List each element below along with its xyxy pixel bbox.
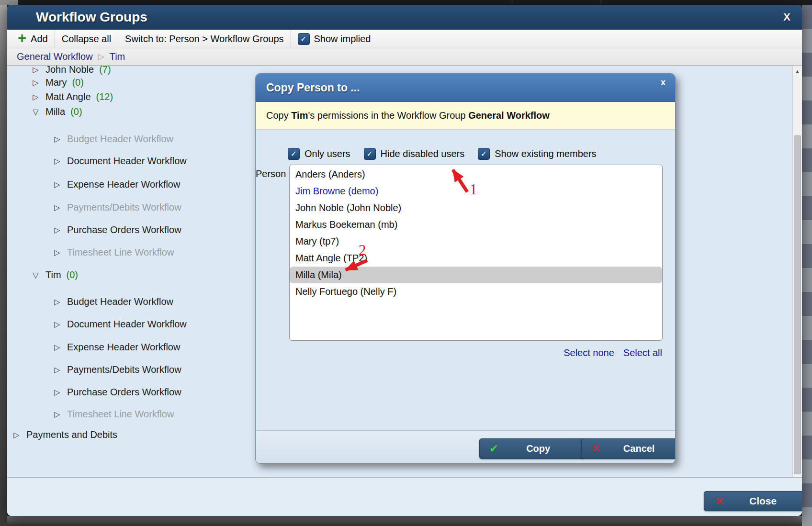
- filter-checkbox[interactable]: ✓: [288, 148, 300, 160]
- scrollbar-thumb[interactable]: [794, 135, 801, 474]
- person-list-item[interactable]: John Noble (John Noble): [290, 200, 662, 216]
- collapse-all-button[interactable]: Collapse all: [55, 30, 118, 48]
- filter-option[interactable]: ✓Hide disabled users: [364, 148, 465, 160]
- filter-option-label: Only users: [304, 148, 350, 159]
- expand-node-icon[interactable]: ▷: [53, 180, 62, 189]
- dialog-title: Workflow Groups: [36, 10, 147, 25]
- collapse-node-icon[interactable]: ▽: [31, 107, 40, 116]
- filter-checkbox[interactable]: ✓: [478, 148, 490, 160]
- tree-item[interactable]: ▷Payments/Debits Workflow: [53, 363, 181, 376]
- expand-node-icon[interactable]: ▷: [53, 343, 62, 352]
- expand-node-icon[interactable]: ▷: [53, 157, 62, 166]
- tree-item[interactable]: ▷Purchase Orders Workflow: [53, 223, 181, 236]
- tree-item[interactable]: ▷Document Header Workflow: [53, 154, 187, 168]
- expand-node-icon[interactable]: ▷: [53, 410, 62, 419]
- show-implied-option[interactable]: ✓ Show implied: [291, 30, 378, 48]
- vertical-scrollbar[interactable]: ▲: [792, 66, 802, 477]
- modal-message-part: Copy: [266, 110, 291, 121]
- tree-item-label: Payments and Debits: [26, 429, 117, 440]
- select-none-link[interactable]: Select none: [564, 347, 614, 358]
- modal-header: Copy Person to ... x: [256, 74, 675, 102]
- close-button[interactable]: ✕ Close: [704, 491, 802, 511]
- person-list-item[interactable]: Matt Angle (TP2): [290, 250, 662, 267]
- modal-title: Copy Person to ...: [266, 81, 360, 94]
- tree-item-label: Mary: [45, 77, 67, 88]
- show-implied-checkbox[interactable]: ✓: [298, 33, 310, 45]
- person-list-item[interactable]: Milla (Mila): [290, 267, 662, 283]
- expand-node-icon[interactable]: ▷: [31, 92, 40, 101]
- person-list-item[interactable]: Jim Browne (demo): [290, 183, 662, 200]
- tree-item-label: Budget Header Workflow: [67, 296, 173, 307]
- tree-item[interactable]: ▷Document Header Workflow: [53, 317, 187, 331]
- person-list-item[interactable]: Anders (Anders): [290, 166, 662, 183]
- expand-node-icon[interactable]: ▷: [31, 78, 40, 87]
- tree-item[interactable]: ▷Expense Header Workflow: [53, 340, 180, 354]
- person-list-item[interactable]: Markus Boekeman (mb): [290, 216, 662, 233]
- switch-view-label: Switch to: Person > Workflow Groups: [125, 34, 283, 45]
- filter-checkbox[interactable]: ✓: [364, 148, 376, 160]
- filter-option[interactable]: ✓Only users: [288, 148, 350, 160]
- tree-item-count: (0): [72, 77, 83, 88]
- add-button[interactable]: + Add: [7, 30, 55, 48]
- plus-icon: +: [18, 31, 26, 45]
- person-listbox[interactable]: Anders (Anders)Jim Browne (demo)John Nob…: [289, 165, 663, 341]
- expand-node-icon[interactable]: ▷: [53, 388, 62, 397]
- show-implied-label: Show implied: [314, 34, 371, 45]
- background-left-strip: [0, 5, 7, 526]
- expand-node-icon[interactable]: ▷: [53, 203, 62, 212]
- tree-item[interactable]: ▷Purchase Orders Workflow: [53, 385, 181, 399]
- modal-footer: ✔ Copy ✕ Cancel: [256, 430, 675, 464]
- modal-close-icon[interactable]: x: [661, 78, 665, 88]
- expand-node-icon[interactable]: ▷: [53, 297, 62, 306]
- tree-item-label: Payments/Debits Workflow: [67, 202, 181, 213]
- checkmark-icon: ✓: [291, 149, 297, 158]
- tree-item-label: Milla: [45, 106, 65, 117]
- expand-node-icon[interactable]: ▷: [53, 320, 62, 329]
- filter-option[interactable]: ✓Show existing members: [478, 148, 596, 160]
- tree-item[interactable]: ▷John Noble(7): [31, 66, 111, 76]
- collapse-node-icon[interactable]: ▽: [31, 270, 40, 280]
- tree-item[interactable]: ▽Tim(0): [31, 268, 78, 281]
- select-all-link[interactable]: Select all: [623, 347, 662, 358]
- copy-button-label: Copy: [498, 443, 578, 454]
- breadcrumb-person-link[interactable]: Tim: [110, 51, 125, 62]
- person-list-item[interactable]: Nelly Fortuego (Nelly F): [290, 283, 662, 300]
- tree-item-label: Budget Header Workflow: [67, 134, 173, 145]
- tree-item[interactable]: ▷Budget Header Workflow: [53, 132, 173, 145]
- dialog-close-icon[interactable]: X: [783, 11, 790, 23]
- expand-node-icon[interactable]: ▷: [53, 225, 62, 235]
- expand-node-icon[interactable]: ▷: [12, 430, 21, 439]
- tree-item-label: Document Header Workflow: [67, 319, 187, 330]
- cancel-button[interactable]: ✕ Cancel: [581, 438, 676, 459]
- toolbar: + Add Collapse all Switch to: Person > W…: [7, 30, 802, 48]
- expand-node-icon[interactable]: ▷: [53, 248, 62, 257]
- tree-item[interactable]: ▷Budget Header Workflow: [53, 295, 173, 308]
- switch-view-button[interactable]: Switch to: Person > Workflow Groups: [118, 30, 290, 48]
- green-check-icon: ✔: [489, 442, 498, 455]
- tree-item[interactable]: ▷Expense Header Workflow: [53, 178, 180, 191]
- tree-item[interactable]: ▽Milla(0): [31, 105, 82, 118]
- expand-node-icon[interactable]: ▷: [53, 134, 62, 144]
- selection-links: Select none Select all: [564, 347, 662, 358]
- person-list-item[interactable]: Mary (tp7): [290, 233, 662, 250]
- dialog-titlebar: Workflow Groups X: [7, 5, 802, 30]
- checkmark-icon: ✓: [366, 149, 372, 158]
- copy-button[interactable]: ✔ Copy: [479, 438, 585, 459]
- tree-item[interactable]: ▷Timesheet Line Workflow: [53, 246, 174, 259]
- background-bottom-strip: [7, 516, 802, 526]
- expand-node-icon[interactable]: ▷: [31, 66, 40, 74]
- modal-message: Copy Tim's permissions in the Workflow G…: [256, 102, 675, 130]
- add-button-label: Add: [31, 34, 48, 45]
- tree-item[interactable]: ▷Matt Angle(12): [31, 90, 113, 103]
- tree-item[interactable]: ▷Payments/Debits Workflow: [53, 201, 181, 214]
- expand-node-icon[interactable]: ▷: [53, 365, 62, 374]
- breadcrumb-group-link[interactable]: General Workflow: [17, 51, 93, 62]
- filter-checkbox-row: ✓Only users✓Hide disabled users✓Show exi…: [288, 148, 597, 160]
- scroll-up-icon[interactable]: ▲: [793, 68, 802, 74]
- tree-item[interactable]: ▷Timesheet Line Workflow: [53, 407, 174, 421]
- tree-item-label: Payments/Debits Workflow: [67, 364, 181, 375]
- red-x-icon: ✕: [715, 495, 724, 508]
- checkmark-icon: ✓: [300, 34, 306, 44]
- tree-item[interactable]: ▷Payments and Debits: [12, 428, 117, 441]
- tree-item[interactable]: ▷Mary(0): [31, 76, 84, 89]
